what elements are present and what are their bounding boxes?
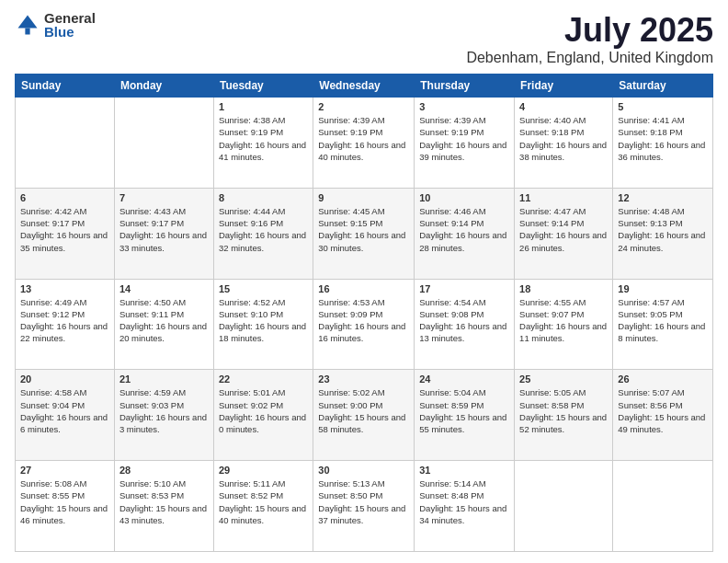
calendar-cell: 31 Sunrise: 5:14 AMSunset: 8:48 PMDaylig…: [415, 461, 515, 552]
day-info: Sunrise: 4:49 AMSunset: 9:12 PMDaylight:…: [20, 296, 109, 345]
calendar-cell: 19 Sunrise: 4:57 AMSunset: 9:05 PMDaylig…: [613, 279, 713, 370]
day-info: Sunrise: 4:38 AMSunset: 9:19 PMDaylight:…: [219, 114, 308, 163]
day-info: Sunrise: 5:01 AMSunset: 9:02 PMDaylight:…: [219, 386, 308, 435]
calendar-cell: 8 Sunrise: 4:44 AMSunset: 9:16 PMDayligh…: [213, 188, 313, 279]
week-row-1: 1 Sunrise: 4:38 AMSunset: 9:19 PMDayligh…: [16, 98, 713, 189]
day-info: Sunrise: 4:55 AMSunset: 9:07 PMDaylight:…: [519, 296, 608, 345]
day-number: 28: [119, 465, 209, 476]
header-sunday: Sunday: [16, 75, 115, 98]
calendar-cell: 12 Sunrise: 4:48 AMSunset: 9:13 PMDaylig…: [613, 188, 713, 279]
calendar-cell: 9 Sunrise: 4:45 AMSunset: 9:15 PMDayligh…: [313, 188, 415, 279]
day-info: Sunrise: 4:59 AMSunset: 9:03 PMDaylight:…: [119, 386, 209, 435]
logo-icon: [15, 12, 40, 38]
day-number: 22: [219, 373, 308, 385]
calendar-cell: 13 Sunrise: 4:49 AMSunset: 9:12 PMDaylig…: [16, 279, 115, 370]
day-number: 31: [419, 465, 509, 476]
week-row-2: 6 Sunrise: 4:42 AMSunset: 9:17 PMDayligh…: [16, 188, 713, 279]
day-number: 10: [419, 192, 509, 203]
day-info: Sunrise: 5:04 AMSunset: 8:59 PMDaylight:…: [419, 386, 509, 435]
title-location: Debenham, England, United Kingdom: [466, 50, 713, 66]
day-number: 3: [419, 101, 509, 112]
day-number: 27: [20, 465, 109, 476]
calendar-cell: 5 Sunrise: 4:41 AMSunset: 9:18 PMDayligh…: [613, 98, 713, 189]
logo-blue-text: Blue: [44, 25, 96, 39]
title-month: July 2025: [466, 11, 713, 50]
day-number: 25: [519, 373, 608, 385]
day-number: 20: [20, 373, 109, 385]
day-number: 6: [20, 192, 109, 203]
week-row-3: 13 Sunrise: 4:49 AMSunset: 9:12 PMDaylig…: [16, 279, 713, 370]
day-info: Sunrise: 5:08 AMSunset: 8:55 PMDaylight:…: [20, 477, 109, 526]
day-number: 29: [219, 465, 308, 476]
day-info: Sunrise: 4:43 AMSunset: 9:17 PMDaylight:…: [119, 205, 209, 254]
header-tuesday: Tuesday: [213, 75, 313, 98]
day-info: Sunrise: 4:52 AMSunset: 9:10 PMDaylight:…: [219, 296, 308, 345]
page: General Blue July 2025 Debenham, England…: [0, 0, 728, 563]
logo-general-text: General: [44, 11, 96, 25]
calendar-cell: 1 Sunrise: 4:38 AMSunset: 9:19 PMDayligh…: [213, 98, 313, 189]
calendar-cell: 4 Sunrise: 4:40 AMSunset: 9:18 PMDayligh…: [515, 98, 613, 189]
day-number: 4: [519, 101, 608, 112]
calendar-cell: 22 Sunrise: 5:01 AMSunset: 9:02 PMDaylig…: [213, 370, 313, 461]
calendar-cell: 29 Sunrise: 5:11 AMSunset: 8:52 PMDaylig…: [213, 461, 313, 552]
day-number: 26: [618, 373, 708, 385]
calendar-cell: 7 Sunrise: 4:43 AMSunset: 9:17 PMDayligh…: [114, 188, 213, 279]
title-block: July 2025 Debenham, England, United King…: [466, 11, 713, 66]
day-info: Sunrise: 4:47 AMSunset: 9:14 PMDaylight:…: [519, 205, 608, 254]
day-info: Sunrise: 5:14 AMSunset: 8:48 PMDaylight:…: [419, 477, 509, 526]
calendar-cell: 20 Sunrise: 4:58 AMSunset: 9:04 PMDaylig…: [16, 370, 115, 461]
day-number: 18: [519, 283, 608, 294]
day-info: Sunrise: 4:57 AMSunset: 9:05 PMDaylight:…: [618, 296, 708, 345]
day-number: 7: [119, 192, 209, 203]
calendar-cell: 11 Sunrise: 4:47 AMSunset: 9:14 PMDaylig…: [515, 188, 613, 279]
svg-marker-0: [18, 16, 38, 29]
day-info: Sunrise: 5:11 AMSunset: 8:52 PMDaylight:…: [219, 477, 308, 526]
day-info: Sunrise: 4:41 AMSunset: 9:18 PMDaylight:…: [618, 114, 708, 163]
header: General Blue July 2025 Debenham, England…: [15, 11, 713, 66]
calendar-cell: 6 Sunrise: 4:42 AMSunset: 9:17 PMDayligh…: [16, 188, 115, 279]
header-saturday: Saturday: [613, 75, 713, 98]
calendar-cell: [16, 98, 115, 189]
day-info: Sunrise: 4:48 AMSunset: 9:13 PMDaylight:…: [618, 205, 708, 254]
header-friday: Friday: [515, 75, 613, 98]
calendar-cell: 2 Sunrise: 4:39 AMSunset: 9:19 PMDayligh…: [313, 98, 415, 189]
calendar-cell: 21 Sunrise: 4:59 AMSunset: 9:03 PMDaylig…: [114, 370, 213, 461]
day-info: Sunrise: 4:42 AMSunset: 9:17 PMDaylight:…: [20, 205, 109, 254]
day-info: Sunrise: 4:39 AMSunset: 9:19 PMDaylight:…: [419, 114, 509, 163]
header-wednesday: Wednesday: [313, 75, 415, 98]
calendar-cell: 26 Sunrise: 5:07 AMSunset: 8:56 PMDaylig…: [613, 370, 713, 461]
calendar-cell: 15 Sunrise: 4:52 AMSunset: 9:10 PMDaylig…: [213, 279, 313, 370]
calendar-cell: [114, 98, 213, 189]
day-number: 8: [219, 192, 308, 203]
day-info: Sunrise: 5:07 AMSunset: 8:56 PMDaylight:…: [618, 386, 708, 435]
day-info: Sunrise: 4:53 AMSunset: 9:09 PMDaylight:…: [318, 296, 409, 345]
day-info: Sunrise: 5:02 AMSunset: 9:00 PMDaylight:…: [318, 386, 409, 435]
day-number: 14: [119, 283, 209, 294]
calendar-cell: 23 Sunrise: 5:02 AMSunset: 9:00 PMDaylig…: [313, 370, 415, 461]
day-info: Sunrise: 4:45 AMSunset: 9:15 PMDaylight:…: [318, 205, 409, 254]
calendar-cell: [613, 461, 713, 552]
day-info: Sunrise: 4:58 AMSunset: 9:04 PMDaylight:…: [20, 386, 109, 435]
calendar-cell: 28 Sunrise: 5:10 AMSunset: 8:53 PMDaylig…: [114, 461, 213, 552]
calendar-cell: [515, 461, 613, 552]
calendar-cell: 18 Sunrise: 4:55 AMSunset: 9:07 PMDaylig…: [515, 279, 613, 370]
day-info: Sunrise: 4:44 AMSunset: 9:16 PMDaylight:…: [219, 205, 308, 254]
logo: General Blue: [15, 11, 96, 39]
calendar-table: Sunday Monday Tuesday Wednesday Thursday…: [15, 74, 713, 552]
header-row: Sunday Monday Tuesday Wednesday Thursday…: [16, 75, 713, 98]
calendar-cell: 3 Sunrise: 4:39 AMSunset: 9:19 PMDayligh…: [415, 98, 515, 189]
day-info: Sunrise: 5:13 AMSunset: 8:50 PMDaylight:…: [318, 477, 409, 526]
day-number: 23: [318, 373, 409, 385]
day-info: Sunrise: 4:46 AMSunset: 9:14 PMDaylight:…: [419, 205, 509, 254]
day-number: 1: [219, 101, 308, 112]
day-info: Sunrise: 4:39 AMSunset: 9:19 PMDaylight:…: [318, 114, 409, 163]
day-number: 30: [318, 465, 409, 476]
day-number: 24: [419, 373, 509, 385]
week-row-5: 27 Sunrise: 5:08 AMSunset: 8:55 PMDaylig…: [16, 461, 713, 552]
logo-text: General Blue: [44, 11, 96, 39]
day-number: 21: [119, 373, 209, 385]
day-number: 2: [318, 101, 409, 112]
calendar-cell: 14 Sunrise: 4:50 AMSunset: 9:11 PMDaylig…: [114, 279, 213, 370]
calendar-cell: 17 Sunrise: 4:54 AMSunset: 9:08 PMDaylig…: [415, 279, 515, 370]
day-info: Sunrise: 5:10 AMSunset: 8:53 PMDaylight:…: [119, 477, 209, 526]
